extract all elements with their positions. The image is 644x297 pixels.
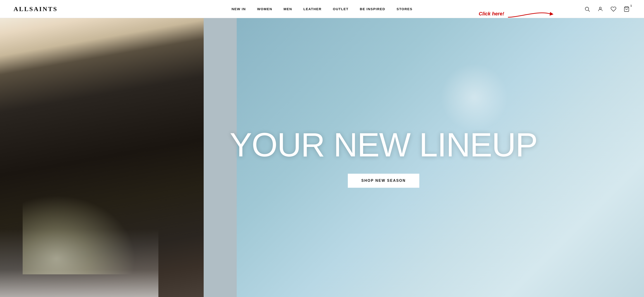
click-here-text: Click here! <box>479 11 504 17</box>
nav-item-be-inspired[interactable]: BE INSPIRED <box>360 7 385 11</box>
nav-item-men[interactable]: MEN <box>284 7 292 11</box>
nav-item-outlet[interactable]: OUTLET <box>333 7 348 11</box>
hero-section: YOUR NEW LINEUP SHOP NEW SEASON <box>0 18 644 297</box>
nav-item-stores[interactable]: STORES <box>396 7 412 11</box>
svg-point-3 <box>600 7 602 9</box>
nav-item-new-in[interactable]: NEW IN <box>232 7 246 11</box>
hero-light-flare <box>440 64 508 131</box>
search-icon <box>584 6 590 12</box>
cart-count-badge: 1 <box>630 4 632 7</box>
svg-marker-0 <box>550 12 554 16</box>
hero-cta-button[interactable]: SHOP NEW SEASON <box>348 174 419 188</box>
hero-title: YOUR NEW LINEUP <box>230 127 538 162</box>
header-icons: Click here! <box>583 5 630 13</box>
search-button[interactable] <box>583 5 591 13</box>
cart-icon <box>624 6 630 12</box>
site-logo[interactable]: ALLSAINTS <box>14 6 58 13</box>
account-button[interactable] <box>596 5 604 13</box>
heart-icon <box>610 6 616 12</box>
site-header: ALLSAINTS NEW IN WOMEN MEN LEATHER OUTLE… <box>0 0 644 18</box>
main-nav: NEW IN WOMEN MEN LEATHER OUTLET BE INSPI… <box>232 7 412 11</box>
wishlist-button[interactable] <box>610 5 617 13</box>
account-icon <box>598 6 603 12</box>
svg-point-1 <box>585 7 588 10</box>
hero-content: YOUR NEW LINEUP SHOP NEW SEASON <box>230 127 538 188</box>
cart-button[interactable]: 1 <box>623 5 630 13</box>
hero-sunlight-ground <box>23 195 136 274</box>
nav-item-leather[interactable]: LEATHER <box>304 7 322 11</box>
nav-item-women[interactable]: WOMEN <box>257 7 272 11</box>
svg-line-2 <box>588 10 590 11</box>
